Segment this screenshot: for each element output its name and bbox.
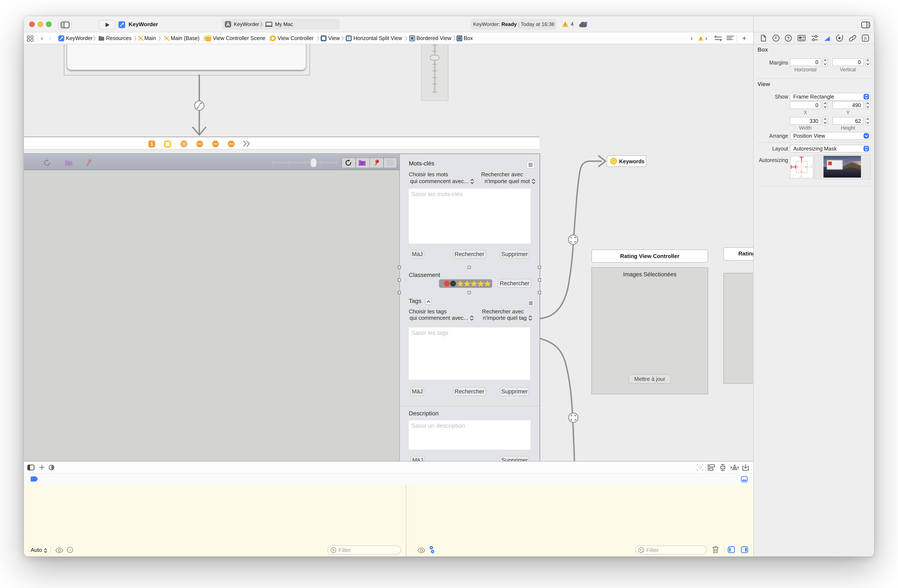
- svg-text:i: i: [69, 548, 71, 552]
- svg-text:?: ?: [787, 36, 790, 40]
- svg-text:fx: fx: [864, 36, 867, 40]
